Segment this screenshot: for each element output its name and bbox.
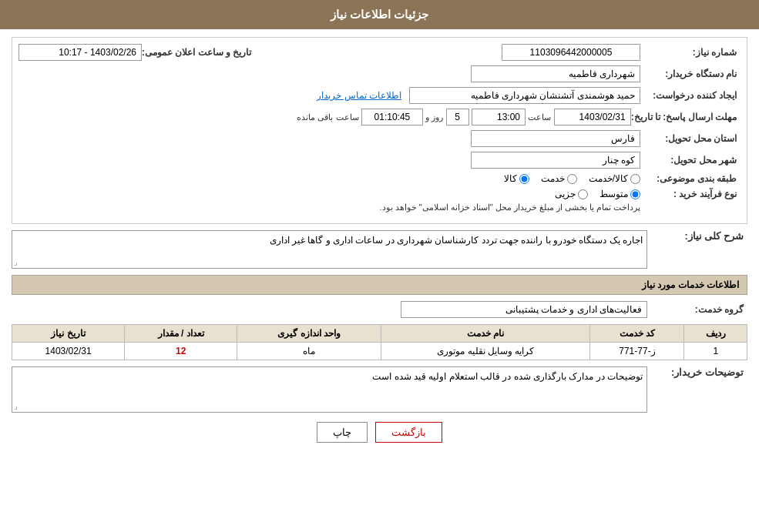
row-province: استان محل تحویل: فارس (18, 130, 741, 147)
main-form-section: شماره نیاز: 1103096442000005 تاریخ و ساع… (12, 37, 747, 224)
city-value: کوه چنار (471, 152, 640, 169)
row-category: طبقه بندی موضوعی: کالا/خدمت خدمت کالا (18, 173, 741, 184)
cell-code: ز-77-771 (590, 343, 684, 360)
row-deadline: مهلت ارسال پاسخ: تا تاریخ: 1403/02/31 سا… (18, 109, 741, 125)
deadline-remaining-label: ساعت باقی مانده (297, 112, 358, 122)
process-radio-jozei[interactable] (578, 189, 588, 199)
row-city: شهر محل تحویل: کوه چنار (18, 152, 741, 169)
category-label: طبقه بندی موضوعی: (640, 173, 741, 184)
row-general-description: شرح کلی نیاز: اجاره یک دستگاه خودرو با ر… (12, 230, 747, 269)
need-number-value: 1103096442000005 (502, 44, 640, 61)
process-label: نوع فرآیند خرید : (640, 189, 741, 199)
cell-name: کرایه وسایل نقلیه موتوری (381, 343, 590, 360)
process-label-jozei: جزیی (555, 189, 576, 199)
category-radio-group: کالا/خدمت خدمت کالا (504, 173, 640, 184)
page-title: جزئیات اطلاعات نیاز (331, 8, 428, 21)
province-label: استان محل تحویل: (640, 133, 741, 144)
need-number-label: شماره نیاز: (640, 47, 741, 58)
process-radio-mutawasit[interactable] (630, 189, 640, 199)
buyer-notes-box: توضیحات در مدارک بارگذاری شده در قالب اس… (12, 366, 647, 413)
service-group-label: گروه خدمت: (647, 304, 747, 315)
process-label-mutawasit: متوسط (599, 189, 628, 199)
row-buyer-org: نام دستگاه خریدار: شهرداری فاطمیه (18, 65, 741, 82)
deadline-time-label: ساعت (528, 112, 551, 122)
buyer-org-value: شهرداری فاطمیه (471, 65, 640, 82)
deadline-time: 13:00 (472, 109, 526, 125)
table-header-code: کد خدمت (590, 325, 684, 343)
table-header-name: نام خدمت (381, 325, 590, 343)
deadline-remaining: 01:10:45 (361, 109, 423, 125)
process-radio-group: متوسط جزیی (379, 189, 640, 199)
category-option-khedmat[interactable]: خدمت (541, 173, 577, 184)
row-requester: ایجاد کننده درخواست: حمید هوشمندی آتشنشا… (18, 87, 741, 104)
row-service-group: گروه خدمت: فعالیت‌های اداری و خدمات پشتی… (12, 301, 747, 318)
category-option-kala-khedmat[interactable]: کالا/خدمت (589, 173, 640, 184)
category-radio-khedmat[interactable] (567, 174, 577, 184)
category-label-khedmat: خدمت (541, 173, 565, 184)
requester-label: ایجاد کننده درخواست: (640, 90, 741, 101)
general-description-box: اجاره یک دستگاه خودرو با راننده جهت تردد… (12, 230, 647, 269)
deadline-date: 1403/02/31 (554, 109, 631, 125)
province-value: فارس (471, 130, 640, 147)
cell-unit: ماه (237, 343, 381, 360)
table-header-quantity: تعداد / مقدار (125, 325, 237, 343)
row-process-type: نوع فرآیند خرید : متوسط جزیی پرداخت تمام… (18, 189, 741, 212)
category-radio-kala[interactable] (519, 174, 529, 184)
cell-row: 1 (684, 343, 747, 360)
deadline-days: 5 (446, 109, 469, 125)
table-row: 1 ز-77-771 کرایه وسایل نقلیه موتوری ماه … (12, 343, 747, 360)
resize-handle: ⌟ (14, 258, 18, 266)
announcement-date-label: تاریخ و ساعت اعلان عمومی: (142, 47, 255, 58)
service-group-value: فعالیت‌های اداری و خدمات پشتیبانی (401, 301, 647, 318)
announcement-date-value: 1403/02/26 - 10:17 (18, 44, 142, 61)
category-option-kala[interactable]: کالا (504, 173, 529, 184)
deadline-label: مهلت ارسال پاسخ: تا تاریخ: (631, 112, 741, 122)
category-radio-kala-khedmat[interactable] (630, 174, 640, 184)
contact-info-link[interactable]: اطلاعات تماس خریدار (317, 90, 401, 101)
buyer-org-label: نام دستگاه خریدار: (640, 69, 741, 79)
general-description-label: شرح کلی نیاز: (647, 230, 747, 242)
row-need-number: شماره نیاز: 1103096442000005 تاریخ و ساع… (18, 44, 741, 61)
print-button[interactable]: چاپ (317, 422, 368, 443)
cell-quantity: 12 (125, 343, 237, 360)
table-header-date: تاریخ نیاز (12, 325, 125, 343)
row-buyer-notes: توضیحات خریدار: توضیحات در مدارک بارگذار… (12, 366, 747, 413)
back-button[interactable]: بازگشت (375, 422, 442, 443)
process-option-mutawasit[interactable]: متوسط (599, 189, 640, 199)
general-description-value: اجاره یک دستگاه خودرو با راننده جهت تردد… (270, 235, 643, 246)
requester-value: حمید هوشمندی آتشنشان شهرداری فاطمیه (409, 87, 640, 104)
buttons-row: بازگشت چاپ (12, 422, 747, 443)
process-option-jozei[interactable]: جزیی (555, 189, 588, 199)
city-label: شهر محل تحویل: (640, 155, 741, 166)
deadline-days-label: روز و (425, 112, 443, 122)
cell-date: 1403/02/31 (12, 343, 125, 360)
services-section-title: اطلاعات خدمات مورد نیاز (12, 275, 747, 295)
buyer-notes-value: توضیحات در مدارک بارگذاری شده در قالب اس… (372, 371, 643, 382)
table-header-row: ردیف (684, 325, 747, 343)
table-header-unit: واحد اندازه گیری (237, 325, 381, 343)
services-table: ردیف کد خدمت نام خدمت واحد اندازه گیری ت… (12, 324, 747, 360)
process-note: پرداخت تمام یا بخشی از مبلغ خریداز محل "… (379, 202, 640, 212)
page-header: جزئیات اطلاعات نیاز (0, 0, 759, 29)
category-label-kala: کالا (504, 173, 517, 184)
buyer-notes-label: توضیحات خریدار: (647, 366, 747, 378)
buyer-notes-resize-handle: ⌟ (14, 402, 18, 410)
category-label-kala-khedmat: کالا/خدمت (589, 173, 628, 184)
